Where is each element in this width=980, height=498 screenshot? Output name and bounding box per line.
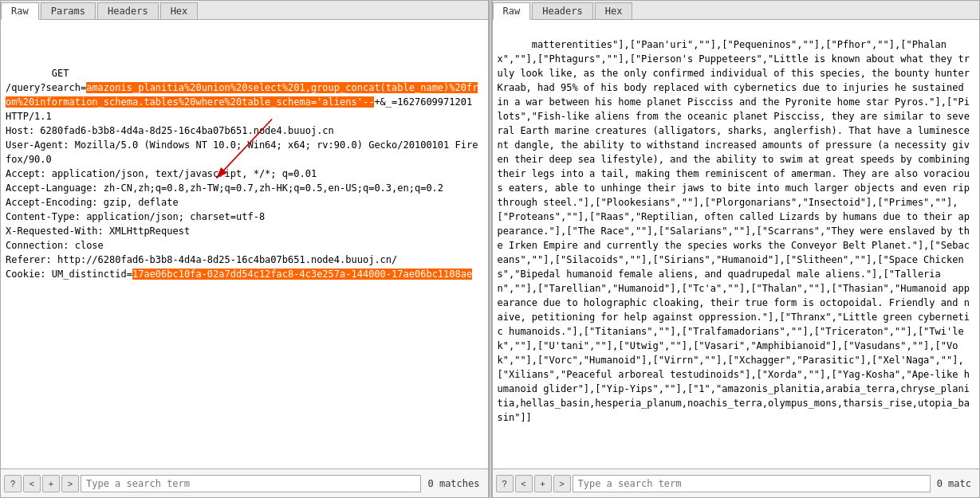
left-tab-params[interactable]: Params bbox=[41, 2, 96, 19]
right-match-count: 0 matc bbox=[932, 478, 976, 489]
left-match-count: 0 matches bbox=[423, 478, 484, 489]
right-tab-bar: Raw Headers Hex bbox=[493, 1, 980, 20]
cookie-prefix: Cookie: UM_distinctid= bbox=[6, 269, 132, 280]
right-panel: Raw Headers Hex matterentities"],["Paan'… bbox=[492, 0, 981, 498]
left-tab-bar: Raw Params Headers Hex bbox=[1, 1, 488, 20]
right-plus-button[interactable]: + bbox=[534, 475, 552, 492]
right-tab-raw[interactable]: Raw bbox=[493, 2, 531, 20]
left-plus-button[interactable]: + bbox=[42, 475, 60, 492]
right-response-text: matterentities"],["Paan'uri",""],["Peque… bbox=[498, 39, 976, 423]
http-method: GET bbox=[52, 68, 69, 79]
connection-header: Connection: close bbox=[6, 240, 104, 251]
right-search-bar: ? < + > 0 matc bbox=[493, 469, 980, 497]
left-search-input[interactable] bbox=[81, 475, 421, 492]
right-help-button[interactable]: ? bbox=[496, 475, 514, 492]
referer-header: Referer: http://6280fad6-b3b8-4d4a-8d25-… bbox=[6, 254, 397, 265]
content-type-header: Content-Type: application/json; charset=… bbox=[6, 211, 265, 222]
left-search-bar: ? < + > 0 matches bbox=[1, 469, 488, 497]
left-content-area: GET /query?search=amazonis_planitia%20un… bbox=[1, 20, 488, 469]
left-prev-button[interactable]: < bbox=[23, 475, 41, 492]
right-prev-button[interactable]: < bbox=[515, 475, 533, 492]
left-tab-raw[interactable]: Raw bbox=[1, 2, 39, 20]
left-panel: Raw Params Headers Hex GET /query?search… bbox=[0, 0, 489, 498]
accept-header: Accept: application/json, text/javascrip… bbox=[6, 168, 317, 179]
request-path-prefix: /query?search= bbox=[6, 82, 86, 93]
user-agent-header: User-Agent: Mozilla/5.0 (Windows NT 10.0… bbox=[6, 139, 478, 165]
right-content-area: matterentities"],["Paan'uri",""],["Peque… bbox=[493, 20, 980, 469]
left-help-button[interactable]: ? bbox=[4, 475, 22, 492]
host-header: Host: 6280fad6-b3b8-4d4a-8d25-16c4ba07b6… bbox=[6, 125, 334, 136]
accept-language-header: Accept-Language: zh-CN,zh;q=0.8,zh-TW;q=… bbox=[6, 182, 443, 194]
left-request-content: GET /query?search=amazonis_planitia%20un… bbox=[6, 52, 483, 296]
right-tab-hex[interactable]: Hex bbox=[595, 2, 633, 19]
left-next-button[interactable]: > bbox=[61, 475, 79, 492]
cookie-value-highlighted: 17ae06bc10fa-02a7dd54c12fac8-4c3e257a-14… bbox=[132, 269, 472, 280]
accept-encoding-header: Accept-Encoding: gzip, deflate bbox=[6, 197, 179, 208]
left-tab-headers[interactable]: Headers bbox=[97, 2, 159, 19]
right-search-input[interactable] bbox=[573, 475, 931, 492]
right-next-button[interactable]: > bbox=[553, 475, 571, 492]
left-tab-hex[interactable]: Hex bbox=[160, 2, 199, 19]
x-requested-header: X-Requested-With: XMLHttpRequest bbox=[6, 225, 190, 237]
right-tab-headers[interactable]: Headers bbox=[532, 2, 593, 19]
